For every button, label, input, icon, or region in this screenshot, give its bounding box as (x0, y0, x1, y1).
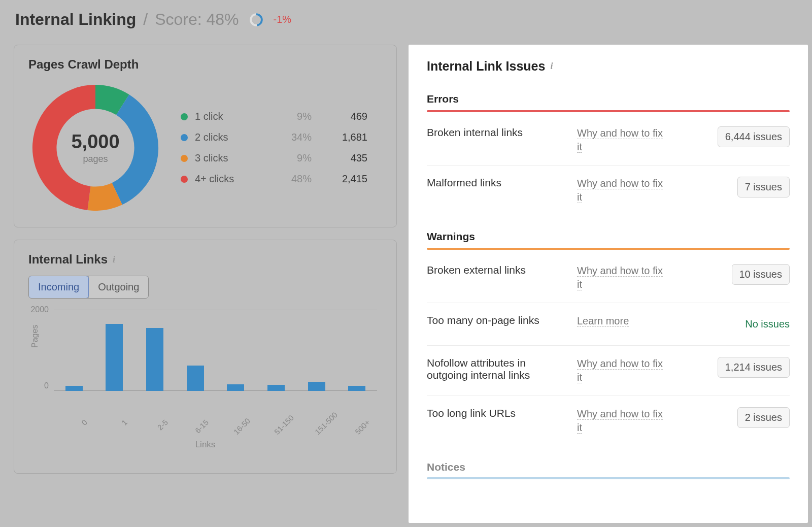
info-icon[interactable]: i (113, 254, 115, 265)
chart-ylabel: Pages (30, 325, 40, 348)
issue-count-button[interactable]: 1,214 issues (718, 357, 790, 378)
issue-count-button[interactable]: 10 issues (732, 264, 790, 285)
score-donut-icon (249, 13, 263, 27)
crawl-depth-title: Pages Crawl Depth (28, 57, 382, 72)
xtick: 500+ (353, 418, 371, 436)
internal-links-title: Internal Links i (28, 252, 382, 267)
legend-dot (181, 113, 188, 120)
legend-count: 1,681 (312, 131, 367, 143)
internal-links-title-text: Internal Links (28, 252, 108, 267)
issues-panel: Internal Link Issues i ErrorsBroken inte… (409, 45, 808, 523)
issues-panel-title: Internal Link Issues i (427, 59, 790, 74)
bar[interactable] (267, 385, 285, 391)
internal-links-card: Internal Links i Incoming Outgoing Pages… (14, 240, 397, 474)
legend-count: 435 (312, 152, 367, 164)
xtick: 0 (71, 418, 89, 436)
xtick: 2-5 (151, 418, 170, 436)
issue-row: Malformed linksWhy and how to fix it7 is… (427, 166, 790, 215)
section-divider (427, 248, 790, 250)
links-bar-chart: Pages 2000 0 012-56-1516-5051-150151-500… (54, 305, 377, 411)
issue-name: Nofollow attributes in outgoing internal… (427, 357, 569, 381)
legend-dot (181, 134, 188, 141)
page-header: Internal Linking / Score: 48% -1% (0, 0, 812, 41)
section-heading: Notices (427, 461, 790, 477)
section-divider (427, 110, 790, 112)
legend-dot (181, 155, 188, 162)
legend-row[interactable]: 3 clicks9%435 (181, 152, 382, 164)
issue-help-link[interactable]: Why and how to fix it (577, 265, 663, 290)
page-title: Internal Linking (15, 10, 136, 29)
section-divider (427, 477, 790, 479)
legend-row[interactable]: 4+ clicks48%2,415 (181, 173, 382, 185)
xtick: 51-150 (273, 418, 291, 436)
issue-help-link[interactable]: Why and how to fix it (577, 178, 663, 203)
issue-help-link[interactable]: Learn more (577, 315, 629, 327)
issue-count-button[interactable]: 2 issues (737, 407, 790, 428)
ytick-low: 0 (44, 381, 49, 390)
score-delta: -1% (274, 14, 292, 25)
bar[interactable] (187, 366, 204, 391)
issue-help-link[interactable]: Why and how to fix it (577, 127, 663, 153)
xtick: 151-500 (313, 418, 331, 436)
section-heading: Warnings (427, 230, 790, 248)
issue-name: Too long link URLs (427, 407, 569, 419)
legend-pct: 34% (266, 131, 312, 143)
ytick-high: 2000 (30, 305, 49, 314)
issue-count-button[interactable]: 6,444 issues (718, 126, 790, 147)
no-issues-label: No issues (745, 314, 790, 334)
section-heading: Errors (427, 93, 790, 110)
score-label: Score: 48% (155, 10, 239, 29)
links-tabs: Incoming Outgoing (28, 276, 149, 299)
bar[interactable] (106, 324, 123, 391)
crawl-depth-donut: 5,000 pages (28, 81, 162, 215)
legend-count: 2,415 (312, 173, 367, 185)
tab-outgoing[interactable]: Outgoing (88, 276, 148, 298)
legend-dot (181, 176, 188, 183)
donut-total: 5,000 (71, 131, 119, 153)
issue-row: Too long link URLsWhy and how to fix it2… (427, 396, 790, 446)
issue-row: Nofollow attributes in outgoing internal… (427, 346, 790, 396)
legend-row[interactable]: 1 click9%469 (181, 111, 382, 122)
issue-name: Broken internal links (427, 126, 569, 139)
bar[interactable] (146, 328, 163, 391)
legend-pct: 9% (266, 152, 312, 164)
crawl-depth-card: Pages Crawl Depth 5,000 pages 1 click9%4… (14, 45, 397, 227)
separator: / (143, 10, 148, 29)
issue-name: Malformed links (427, 177, 569, 189)
issue-row: Broken external linksWhy and how to fix … (427, 253, 790, 303)
bar[interactable] (227, 384, 244, 391)
legend-count: 469 (312, 111, 367, 122)
issue-row: Broken internal linksWhy and how to fix … (427, 115, 790, 166)
issue-name: Broken external links (427, 264, 569, 276)
issue-help-link[interactable]: Why and how to fix it (577, 358, 663, 383)
legend-pct: 48% (266, 173, 312, 185)
legend-label: 1 click (195, 111, 266, 122)
xtick: 16-50 (232, 418, 250, 436)
chart-xlabel: Links (28, 440, 382, 450)
issue-row: Too many on-page linksLearn moreNo issue… (427, 303, 790, 346)
issue-help-link[interactable]: Why and how to fix it (577, 408, 663, 434)
legend-label: 2 clicks (195, 131, 266, 143)
tab-incoming[interactable]: Incoming (28, 276, 89, 299)
legend-label: 4+ clicks (195, 173, 266, 185)
xtick: 6-15 (192, 418, 210, 436)
bar[interactable] (308, 382, 325, 391)
issue-name: Too many on-page links (427, 314, 569, 326)
donut-unit: pages (83, 154, 108, 164)
bar[interactable] (65, 386, 83, 391)
info-icon[interactable]: i (550, 61, 553, 72)
legend-row[interactable]: 2 clicks34%1,681 (181, 131, 382, 143)
legend-label: 3 clicks (195, 152, 266, 164)
bar[interactable] (348, 386, 365, 391)
legend-pct: 9% (266, 111, 312, 122)
issues-panel-title-text: Internal Link Issues (427, 59, 545, 74)
xtick: 1 (111, 418, 129, 436)
issue-count-button[interactable]: 7 issues (737, 177, 790, 197)
crawl-depth-legend: 1 click9%4692 clicks34%1,6813 clicks9%43… (181, 111, 382, 185)
